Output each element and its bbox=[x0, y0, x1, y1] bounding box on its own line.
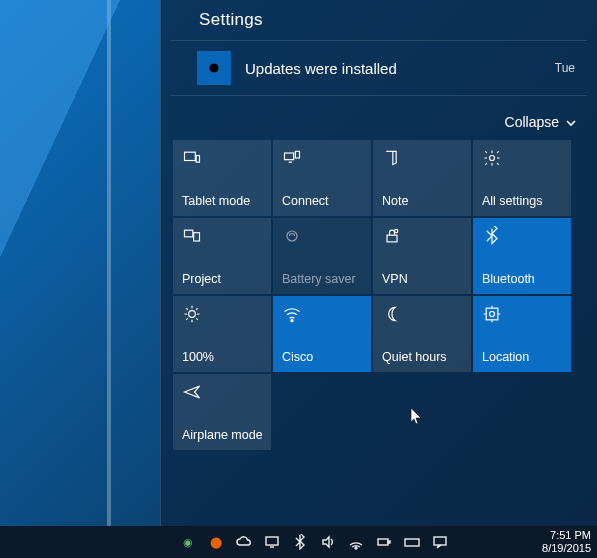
wifi-icon bbox=[282, 304, 302, 324]
tile-label: All settings bbox=[482, 194, 562, 208]
mouse-cursor bbox=[410, 407, 424, 427]
tile-label: Connect bbox=[282, 194, 362, 208]
panel-title: Settings bbox=[171, 6, 587, 40]
notification-message: Updates were installed bbox=[245, 60, 541, 77]
quick-action-grid: Tablet modeConnectNoteAll settingsProjec… bbox=[171, 140, 587, 450]
svg-rect-3 bbox=[285, 153, 294, 160]
svg-rect-20 bbox=[434, 537, 446, 545]
tile-label: Note bbox=[382, 194, 462, 208]
notification-day: Tue bbox=[555, 61, 579, 75]
battery-icon bbox=[282, 226, 302, 246]
bluetooth-tray-icon[interactable] bbox=[292, 534, 308, 550]
project-icon bbox=[182, 226, 202, 246]
tablet-icon bbox=[182, 148, 202, 168]
connect-icon bbox=[282, 148, 302, 168]
keyboard-tray-icon[interactable] bbox=[404, 534, 420, 550]
svg-rect-1 bbox=[185, 152, 196, 160]
tile-location[interactable]: Location bbox=[473, 296, 571, 372]
tray-overflow-icon[interactable]: ◉ bbox=[180, 534, 196, 550]
taskbar-clock[interactable]: 7:51 PM 8/19/2015 bbox=[536, 529, 591, 554]
svg-rect-18 bbox=[388, 541, 390, 543]
gear-icon bbox=[197, 51, 231, 85]
clock-time: 7:51 PM bbox=[542, 529, 591, 542]
tile-wifi[interactable]: Cisco bbox=[273, 296, 371, 372]
network-tray-icon[interactable] bbox=[348, 534, 364, 550]
svg-rect-4 bbox=[295, 151, 299, 158]
tile-airplane[interactable]: Airplane mode bbox=[173, 374, 271, 450]
svg-rect-7 bbox=[194, 233, 200, 241]
svg-rect-9 bbox=[387, 235, 397, 242]
tile-note[interactable]: Note bbox=[373, 140, 471, 216]
moon-icon bbox=[382, 304, 402, 324]
tile-label: Cisco bbox=[282, 350, 362, 364]
tile-vpn[interactable]: VPN bbox=[373, 218, 471, 294]
settings-icon bbox=[482, 148, 502, 168]
svg-point-10 bbox=[395, 229, 398, 232]
tile-battery-saver[interactable]: Battery saver bbox=[273, 218, 371, 294]
system-tray: ◉ ⬤ bbox=[180, 534, 448, 550]
vpn-icon bbox=[382, 226, 402, 246]
svg-point-14 bbox=[490, 312, 495, 317]
bluetooth-icon bbox=[482, 226, 502, 246]
taskbar: ◉ ⬤ 7:51 PM 8/19/2015 bbox=[0, 526, 597, 558]
svg-rect-13 bbox=[486, 308, 498, 320]
svg-point-0 bbox=[209, 63, 218, 72]
notification-item[interactable]: Updates were installed Tue bbox=[171, 40, 587, 96]
onedrive-icon[interactable] bbox=[236, 534, 252, 550]
collapse-label: Collapse bbox=[505, 114, 559, 130]
svg-point-5 bbox=[490, 156, 495, 161]
tile-label: Tablet mode bbox=[182, 194, 262, 208]
brightness-icon bbox=[182, 304, 202, 324]
tile-label: Bluetooth bbox=[482, 272, 562, 286]
tile-brightness[interactable]: 100% bbox=[173, 296, 271, 372]
tray-app-icon[interactable]: ⬤ bbox=[208, 534, 224, 550]
volume-icon[interactable] bbox=[320, 534, 336, 550]
power-tray-icon[interactable] bbox=[376, 534, 392, 550]
tile-connect[interactable]: Connect bbox=[273, 140, 371, 216]
svg-point-11 bbox=[189, 311, 196, 318]
monitor-icon[interactable] bbox=[264, 534, 280, 550]
tile-quiet-hours[interactable]: Quiet hours bbox=[373, 296, 471, 372]
svg-point-16 bbox=[355, 547, 357, 549]
tile-label: VPN bbox=[382, 272, 462, 286]
location-icon bbox=[482, 304, 502, 324]
svg-point-8 bbox=[287, 231, 297, 241]
clock-date: 8/19/2015 bbox=[542, 542, 591, 555]
tile-label: Airplane mode bbox=[182, 428, 262, 442]
tile-label: 100% bbox=[182, 350, 262, 364]
svg-rect-17 bbox=[378, 539, 388, 545]
airplane-icon bbox=[182, 382, 202, 402]
svg-rect-2 bbox=[196, 156, 199, 163]
tile-tablet-mode[interactable]: Tablet mode bbox=[173, 140, 271, 216]
action-center-tray-icon[interactable] bbox=[432, 534, 448, 550]
svg-rect-6 bbox=[185, 230, 193, 237]
tile-label: Project bbox=[182, 272, 262, 286]
tile-label: Quiet hours bbox=[382, 350, 462, 364]
tile-label: Battery saver bbox=[282, 272, 362, 286]
tile-project[interactable]: Project bbox=[173, 218, 271, 294]
tile-bluetooth[interactable]: Bluetooth bbox=[473, 218, 571, 294]
svg-rect-15 bbox=[266, 537, 278, 545]
action-center-panel: Settings Updates were installed Tue Coll… bbox=[160, 0, 597, 526]
chevron-down-icon bbox=[565, 116, 577, 128]
tile-label: Location bbox=[482, 350, 562, 364]
svg-rect-19 bbox=[405, 539, 419, 546]
collapse-button[interactable]: Collapse bbox=[171, 96, 587, 140]
svg-point-12 bbox=[291, 320, 293, 322]
tile-all-settings[interactable]: All settings bbox=[473, 140, 571, 216]
note-icon bbox=[382, 148, 402, 168]
